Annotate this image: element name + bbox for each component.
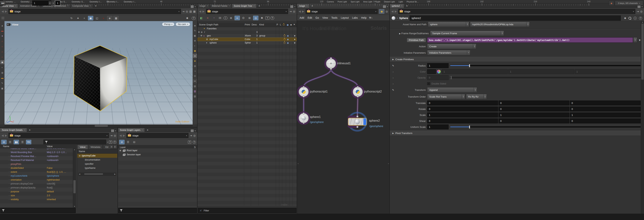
network-menu-item[interactable]: Help bbox=[360, 16, 368, 20]
node-type-icon[interactable] bbox=[392, 16, 396, 20]
nav-back-button[interactable]: ◀ bbox=[298, 10, 301, 13]
network-path-field[interactable]: stage ▾ bbox=[126, 133, 188, 138]
activation-toggle[interactable] bbox=[283, 35, 286, 37]
step-back-button[interactable]: ⇤ bbox=[48, 1, 52, 5]
uniform-scale-slider[interactable] bbox=[450, 126, 641, 127]
display-flag-icon[interactable]: ▧ bbox=[193, 94, 197, 98]
nav-back-button[interactable]: ◀ bbox=[199, 10, 201, 13]
prim-filter-icon[interactable]: ≡ bbox=[205, 16, 210, 20]
filter-history-icon[interactable]: ▾ bbox=[107, 141, 108, 143]
tools-wrench-icon[interactable]: ⚒ bbox=[369, 16, 372, 19]
network-menu-item[interactable]: Layout bbox=[339, 16, 350, 20]
translate-x-field[interactable]: 0 bbox=[427, 101, 498, 105]
box-zoom-icon[interactable]: ◱ bbox=[94, 16, 100, 20]
channel-dot-icon[interactable]: ○ bbox=[390, 76, 396, 79]
node-output-dot[interactable] bbox=[330, 68, 332, 70]
link-group-icon[interactable]: ◎ bbox=[194, 134, 196, 137]
path-dropdown-icon[interactable]: ▾ bbox=[286, 10, 286, 12]
node-inlineusd1[interactable]: ❖ bbox=[326, 58, 336, 69]
select-cursor-icon[interactable]: ➤ bbox=[292, 37, 297, 41]
Resolved Full Material[interactable]: Resolved Full Material <unbound> bbox=[0, 158, 73, 162]
view-glasses-icon[interactable]: ʘ bbox=[241, 16, 246, 20]
value-metadata-tab[interactable]: Value bbox=[77, 145, 88, 149]
tree-mode-icon[interactable]: ⊟ bbox=[1, 140, 6, 144]
assistant-tool-icon[interactable]: ▣ bbox=[0, 87, 4, 90]
help-icon[interactable]: ? bbox=[639, 17, 642, 20]
collapse-icon[interactable]: ⊖ bbox=[79, 155, 80, 157]
create-primitives-section[interactable]: ▶ Create Primitives bbox=[390, 57, 641, 62]
copy-help-icon[interactable]: ? bbox=[188, 141, 191, 144]
timeline-ruler[interactable]: 24487296120144168192216240 bbox=[56, 0, 591, 6]
mask-icon[interactable]: ◔ bbox=[211, 16, 216, 20]
doubleSided[interactable]: doubleSided False bbox=[0, 166, 73, 170]
meta-hscrollbar[interactable]: ◀ ▶ bbox=[78, 173, 116, 176]
channel-pencil-icon[interactable]: ✎ bbox=[390, 64, 396, 67]
viewport-layout-icon[interactable]: ▦ bbox=[114, 16, 119, 20]
gear-menu-icon[interactable]: ✱ bbox=[624, 17, 626, 20]
viewport-hscrollbar[interactable] bbox=[4, 125, 193, 127]
tree-mode-icon[interactable]: ⊟ bbox=[132, 140, 137, 144]
help-icon[interactable]: ? bbox=[193, 141, 196, 144]
double-sided-checkbox[interactable] bbox=[427, 82, 430, 85]
copy-help-icon[interactable]: ? bbox=[109, 141, 112, 144]
node-name-field[interactable]: sphere2 bbox=[410, 15, 621, 21]
new-tab-button[interactable]: + bbox=[145, 128, 150, 131]
network-menu-item[interactable]: Labs bbox=[350, 16, 360, 20]
selectable-toggle[interactable]: · bbox=[290, 42, 293, 44]
select-tool-icon[interactable]: ➤ bbox=[76, 15, 80, 21]
snap-grid-magnet-icon[interactable]: ∩ bbox=[0, 39, 4, 43]
rotate-order-select[interactable]: Rx Ry Rz ▴▾ bbox=[466, 94, 487, 99]
nav-forward-button[interactable]: ▶ bbox=[5, 134, 7, 137]
viewport[interactable]: View Persp ▾ No cam ▾ Indie Edition y x bbox=[4, 21, 193, 125]
snap-multi-magnet-icon[interactable]: ∩ bbox=[0, 55, 4, 59]
network-menu-item[interactable]: View bbox=[321, 16, 330, 20]
settings-gear-icon[interactable]: ✱ bbox=[259, 16, 264, 20]
view-tool-icon[interactable]: ↻ bbox=[69, 16, 74, 20]
channel-dot-icon[interactable]: ○ bbox=[390, 70, 396, 73]
step-forward-button[interactable]: ⇥ bbox=[52, 1, 55, 5]
node-sphere2[interactable] bbox=[348, 118, 367, 126]
color-r-field[interactable]: 1 bbox=[442, 69, 508, 74]
node-input-dot[interactable] bbox=[356, 116, 358, 118]
network-menu-item[interactable]: Edit bbox=[306, 16, 314, 20]
purpose[interactable]: purpose default bbox=[0, 190, 73, 194]
Favorites[interactable]: ✦ Favorites ◉ · ➤ bbox=[198, 27, 297, 30]
node-input-dot[interactable] bbox=[330, 57, 332, 59]
network-path-field[interactable]: stage ▾ bbox=[8, 9, 181, 14]
parameters-scrollbar[interactable]: ▲ bbox=[641, 21, 644, 214]
primvars:displayColor[interactable]: primvars:displayColor color3f[] bbox=[0, 182, 73, 186]
asset-name-select[interactable]: sphere ▴▾ bbox=[428, 22, 469, 27]
snap-prim-magnet-icon[interactable]: ∩ bbox=[0, 45, 4, 48]
material-preview-icon[interactable]: ◑ bbox=[193, 69, 197, 73]
lighting-mode-icon[interactable]: ◎ bbox=[193, 54, 197, 58]
radius-slider[interactable] bbox=[450, 65, 641, 66]
transform-order-select[interactable]: Scale Rot Trans ▴▾ bbox=[427, 94, 465, 99]
activation-toggle[interactable] bbox=[283, 38, 286, 40]
two-tone-display-icon[interactable]: ◐ bbox=[193, 44, 197, 47]
search-params-icon[interactable] bbox=[628, 17, 631, 20]
channel-pencil-icon[interactable]: ✎ bbox=[390, 89, 396, 91]
path-dropdown-icon[interactable]: ▾ bbox=[178, 10, 180, 12]
value-metadata-tab[interactable]: Metadata bbox=[88, 145, 103, 149]
camera-selector[interactable]: No cam ▾ bbox=[176, 23, 190, 26]
snapshot-gallery-icon[interactable]: ▤ bbox=[193, 84, 197, 88]
myCustomAttrib[interactable]: myCustomAttrib /geo/sphere bbox=[0, 174, 73, 178]
link-group-icon[interactable]: ◎ bbox=[186, 10, 188, 13]
expand-icon[interactable]: ⊖ bbox=[200, 34, 202, 37]
list-mode-icon[interactable]: ☰ bbox=[126, 140, 131, 144]
Resolved Preview Mat…[interactable]: Resolved Preview Mat… <unbound> bbox=[0, 154, 73, 158]
frame-view-icon[interactable]: ↻ bbox=[193, 29, 197, 32]
link-group-icon[interactable]: ◎ bbox=[640, 10, 642, 13]
node-output-dot[interactable] bbox=[303, 95, 305, 98]
inspect-zoom-icon[interactable]: ⊕ bbox=[228, 16, 234, 20]
list-mode-icon[interactable]: ☰ bbox=[8, 140, 13, 144]
size[interactable]: size 2.0 bbox=[0, 194, 73, 197]
pane-caret-icon[interactable]: ▾ bbox=[195, 130, 196, 132]
nav-forward-button[interactable]: ▶ bbox=[5, 10, 7, 13]
nav-back-button[interactable]: ◀ bbox=[391, 10, 394, 13]
geometry-toggle-icon[interactable]: ▧ bbox=[190, 10, 192, 13]
opacity-field[interactable]: 0 bbox=[427, 75, 448, 80]
close-tab-icon[interactable]: × bbox=[142, 129, 143, 131]
pane-menu-icon[interactable] bbox=[638, 5, 640, 8]
selectable-toggle[interactable]: · bbox=[290, 38, 293, 40]
